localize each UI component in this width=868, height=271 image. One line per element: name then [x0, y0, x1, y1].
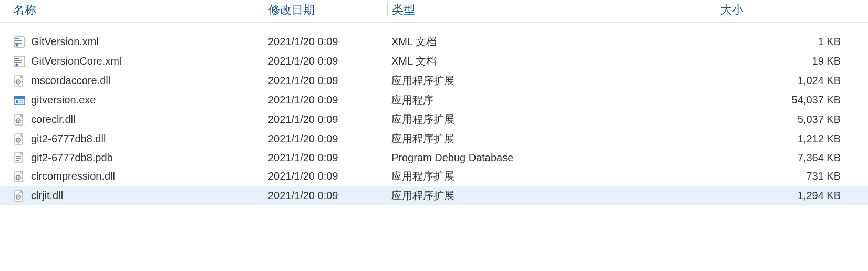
file-name-label: GitVersionCore.xml — [31, 55, 121, 67]
file-name-label: git2-6777db8.pdb — [31, 152, 113, 164]
dll-file-icon — [13, 75, 26, 87]
file-size-cell: 1,024 KB — [720, 75, 856, 87]
file-size-cell: 1,294 KB — [720, 190, 856, 202]
file-name-cell: git2-6777db8.dll — [0, 133, 268, 145]
pdb-file-icon — [13, 151, 26, 164]
file-size-cell: 7,364 KB — [720, 152, 856, 164]
file-type-cell: 应用程序扩展 — [391, 112, 720, 127]
file-row[interactable]: GitVersionCore.xml2021/1/20 0:09XML 文档19… — [0, 51, 868, 71]
file-date-cell: 2021/1/20 0:09 — [268, 75, 391, 87]
file-name-cell: mscordaccore.dll — [0, 75, 268, 87]
file-row[interactable]: coreclr.dll2021/1/20 0:09应用程序扩展5,037 KB — [0, 110, 868, 129]
column-header-row: 名称 修改日期 类型 大小 — [0, 0, 868, 23]
file-row[interactable]: GitVersion.xml2021/1/20 0:09XML 文档1 KB — [0, 32, 868, 51]
column-header-size[interactable]: 大小 — [720, 2, 856, 18]
file-type-cell: 应用程序扩展 — [391, 132, 720, 146]
file-type-cell: XML 文档 — [391, 54, 720, 68]
file-name-label: clrcompression.dll — [31, 170, 115, 182]
file-type-cell: 应用程序 — [391, 93, 720, 107]
file-name-label: coreclr.dll — [31, 113, 75, 126]
column-header-type-label: 类型 — [392, 3, 415, 16]
file-row[interactable]: clrcompression.dll2021/1/20 0:09应用程序扩展73… — [0, 166, 868, 186]
file-date-cell: 2021/1/20 0:09 — [268, 170, 391, 182]
file-row[interactable]: git2-6777db8.dll2021/1/20 0:09应用程序扩展1,21… — [0, 129, 868, 149]
dll-file-icon — [13, 190, 26, 202]
file-name-cell: gitversion.exe — [0, 94, 268, 107]
file-name-label: gitversion.exe — [31, 94, 96, 106]
column-header-date[interactable]: 修改日期 — [268, 2, 391, 18]
file-list: 名称 修改日期 类型 大小 GitVersion.xml2021/1/20 0:… — [0, 0, 868, 205]
file-name-label: mscordaccore.dll — [31, 75, 110, 87]
exe-file-icon — [13, 94, 26, 107]
file-size-cell: 1 KB — [720, 36, 856, 48]
dll-file-icon — [13, 113, 26, 126]
file-row[interactable]: clrjit.dll2021/1/20 0:09应用程序扩展1,294 KB — [0, 186, 868, 205]
xml-file-icon — [13, 36, 26, 48]
xml-file-icon — [13, 55, 26, 68]
file-name-label: clrjit.dll — [31, 190, 63, 202]
file-size-cell: 19 KB — [720, 55, 856, 67]
file-size-cell: 1,212 KB — [720, 133, 856, 145]
file-size-cell: 5,037 KB — [720, 113, 856, 126]
file-name-label: GitVersion.xml — [31, 36, 99, 48]
column-separator — [387, 3, 388, 16]
column-separator — [716, 2, 716, 16]
file-type-cell: XML 文档 — [391, 35, 720, 49]
column-header-type[interactable]: 类型 — [391, 2, 720, 18]
file-row[interactable]: git2-6777db8.pdb2021/1/20 0:09Program De… — [0, 149, 868, 166]
file-date-cell: 2021/1/20 0:09 — [268, 133, 391, 145]
column-header-name[interactable]: 名称 — [0, 2, 268, 18]
file-name-cell: clrcompression.dll — [0, 170, 268, 183]
file-type-cell: 应用程序扩展 — [391, 189, 720, 203]
file-row[interactable]: gitversion.exe2021/1/20 0:09应用程序54,037 K… — [0, 90, 868, 110]
file-row[interactable]: mscordaccore.dll2021/1/20 0:09应用程序扩展1,02… — [0, 71, 868, 90]
file-date-cell: 2021/1/20 0:09 — [268, 94, 391, 106]
column-header-name-label: 名称 — [13, 2, 36, 18]
file-date-cell: 2021/1/20 0:09 — [268, 36, 391, 48]
column-separator — [264, 3, 264, 16]
file-type-cell: 应用程序扩展 — [391, 74, 720, 88]
file-type-cell: Program Debug Database — [391, 152, 720, 164]
file-date-cell: 2021/1/20 0:09 — [268, 55, 391, 67]
file-name-cell: GitVersionCore.xml — [0, 55, 268, 68]
column-header-date-label: 修改日期 — [268, 3, 315, 16]
file-name-label: git2-6777db8.dll — [31, 133, 106, 145]
file-date-cell: 2021/1/20 0:09 — [268, 152, 391, 164]
file-size-cell: 54,037 KB — [720, 94, 856, 106]
column-header-size-label: 大小 — [720, 2, 743, 18]
dll-file-icon — [13, 170, 26, 183]
file-name-cell: coreclr.dll — [0, 113, 268, 126]
file-name-cell: clrjit.dll — [0, 190, 268, 202]
file-type-cell: 应用程序扩展 — [391, 169, 720, 183]
file-name-cell: GitVersion.xml — [0, 36, 268, 48]
file-name-cell: git2-6777db8.pdb — [0, 151, 268, 164]
dll-file-icon — [13, 133, 26, 145]
file-size-cell: 731 KB — [720, 170, 856, 182]
file-date-cell: 2021/1/20 0:09 — [268, 190, 391, 202]
file-date-cell: 2021/1/20 0:09 — [268, 113, 391, 126]
